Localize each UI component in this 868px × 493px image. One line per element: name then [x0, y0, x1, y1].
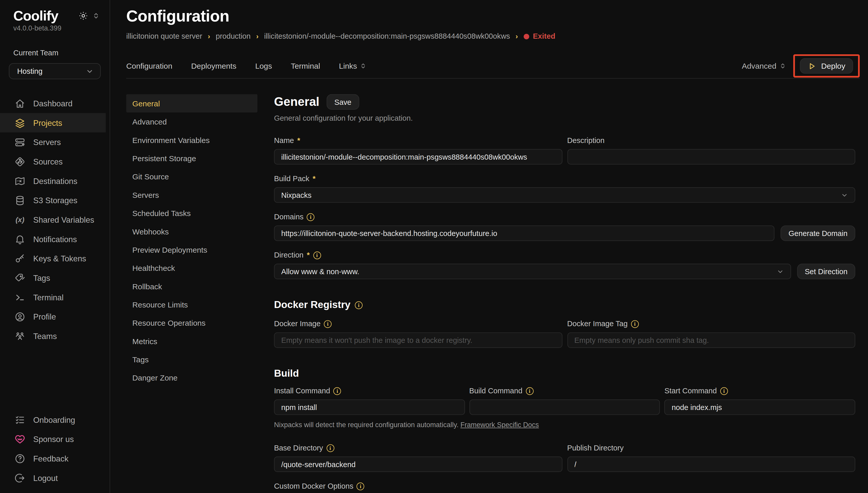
theme-sun-icon[interactable]: [78, 11, 88, 21]
heart-icon: [14, 433, 25, 445]
sidebar-item-servers[interactable]: Servers: [0, 132, 110, 152]
sidebar-item-s3-storages[interactable]: S3 Storages: [0, 191, 110, 210]
start-command-input[interactable]: [664, 400, 855, 415]
sidebar-item-terminal[interactable]: Terminal: [0, 287, 110, 307]
config-menu-advanced[interactable]: Advanced: [126, 112, 257, 131]
base-directory-input[interactable]: [274, 456, 562, 472]
info-icon[interactable]: i: [313, 251, 321, 259]
generate-domain-button[interactable]: Generate Domain: [781, 226, 855, 241]
tabs-divider: [126, 78, 860, 79]
deploy-button[interactable]: Deploy: [800, 58, 853, 74]
direction-select[interactable]: Allow www & non-www.: [274, 264, 791, 279]
app-version: v4.0.0-beta.399: [0, 23, 110, 32]
description-input[interactable]: [567, 149, 855, 165]
config-menu-persistent-storage[interactable]: Persistent Storage: [126, 149, 257, 167]
build-heading: Build: [274, 368, 855, 380]
config-menu-healthcheck[interactable]: Healthcheck: [126, 259, 257, 277]
sidebar-item-profile[interactable]: Profile: [0, 307, 110, 326]
info-icon[interactable]: i: [307, 213, 315, 221]
config-menu-general[interactable]: General: [126, 94, 257, 112]
sidebar-item-logout[interactable]: Logout: [0, 468, 110, 488]
map-icon: [14, 175, 25, 186]
tab-links[interactable]: Links: [339, 62, 366, 70]
base-directory-label: Base Directoryi: [274, 443, 562, 453]
install-command-input[interactable]: [274, 400, 465, 415]
info-icon[interactable]: i: [357, 482, 364, 490]
info-icon[interactable]: i: [631, 320, 639, 328]
tab-configuration[interactable]: Configuration: [126, 62, 172, 70]
sidebar-item-sponsor[interactable]: Sponsor us: [0, 429, 110, 449]
sidebar-item-onboarding[interactable]: Onboarding: [0, 410, 110, 429]
tab-terminal[interactable]: Terminal: [291, 62, 320, 70]
sidebar-item-projects[interactable]: Projects: [0, 113, 106, 132]
set-direction-button[interactable]: Set Direction: [797, 264, 855, 279]
config-menu-tags[interactable]: Tags: [126, 350, 257, 368]
docker-image-input[interactable]: [274, 333, 562, 348]
config-menu-resource-limits[interactable]: Resource Limits: [126, 295, 257, 314]
config-menu-resource-operations[interactable]: Resource Operations: [126, 314, 257, 332]
team-select[interactable]: Hosting: [9, 63, 101, 79]
chevron-right-icon: ›: [208, 32, 210, 40]
sidebar-item-label: S3 Storages: [33, 196, 77, 205]
breadcrumb-application[interactable]: illicitestonion/-module--decomposition:m…: [264, 32, 510, 40]
key-icon: [14, 253, 25, 264]
breadcrumb-project[interactable]: illicitonion quote server: [126, 32, 202, 40]
theme-selector-icon[interactable]: [92, 12, 99, 20]
sidebar-item-tags[interactable]: Tags: [0, 268, 110, 287]
build-command-input[interactable]: [469, 400, 660, 415]
sidebar-item-keys-tokens[interactable]: Keys & Tokens: [0, 249, 110, 268]
user-circle-icon: [14, 311, 25, 322]
docker-image-tag-input[interactable]: [567, 333, 855, 348]
sidebar-nav: Dashboard Projects Servers Sources Desti…: [0, 93, 110, 346]
sidebar-item-label: Feedback: [33, 454, 69, 463]
sidebar-item-label: Profile: [33, 312, 56, 321]
custom-docker-options-label: Custom Docker Optionsi: [274, 481, 855, 491]
tab-deployments[interactable]: Deployments: [191, 62, 236, 70]
status-dot-icon: [523, 34, 529, 39]
sidebar-item-label: Keys & Tokens: [33, 254, 86, 263]
config-menu-webhooks[interactable]: Webhooks: [126, 222, 257, 240]
build-pack-select[interactable]: Nixpacks: [274, 187, 855, 203]
selector-icon: [360, 63, 366, 69]
sidebar-item-dashboard[interactable]: Dashboard: [0, 93, 110, 113]
breadcrumb-environment[interactable]: production: [215, 32, 250, 40]
info-icon[interactable]: i: [334, 387, 341, 394]
config-menu-preview-deployments[interactable]: Preview Deployments: [126, 240, 257, 259]
domains-input[interactable]: [274, 226, 775, 241]
info-icon[interactable]: i: [355, 301, 363, 309]
sidebar-item-label: Shared Variables: [33, 215, 94, 224]
config-menu-metrics[interactable]: Metrics: [126, 332, 257, 350]
sidebar-item-sources[interactable]: Sources: [0, 152, 110, 171]
required-asterisk: *: [307, 251, 310, 259]
sidebar-item-destinations[interactable]: Destinations: [0, 171, 110, 191]
framework-docs-link[interactable]: Framework Specific Docs: [460, 421, 539, 429]
config-menu-scheduled-tasks[interactable]: Scheduled Tasks: [126, 204, 257, 222]
sidebar-item-label: Dashboard: [33, 99, 72, 108]
name-input[interactable]: [274, 149, 562, 165]
config-menu-danger-zone[interactable]: Danger Zone: [126, 368, 257, 387]
checklist-icon: [14, 414, 25, 425]
chevron-down-icon: [777, 268, 784, 275]
coolify-app: Coolify v4.0.0-beta.399 Current Team Hos…: [0, 0, 868, 493]
config-menu-servers[interactable]: Servers: [126, 186, 257, 204]
chevron-down-icon: [86, 67, 93, 75]
advanced-dropdown[interactable]: Advanced: [742, 62, 786, 70]
publish-directory-input[interactable]: [567, 456, 855, 472]
sidebar-item-shared-variables[interactable]: (x) Shared Variables: [0, 210, 110, 229]
tab-logs[interactable]: Logs: [255, 62, 272, 70]
domains-label: Domainsi: [274, 212, 855, 222]
direction-label: Direction*i: [274, 250, 855, 260]
sidebar-item-notifications[interactable]: Notifications: [0, 229, 110, 249]
info-icon[interactable]: i: [526, 387, 533, 394]
current-team-label: Current Team: [0, 32, 110, 57]
play-icon: [808, 62, 816, 70]
config-menu-git-source[interactable]: Git Source: [126, 167, 257, 186]
sidebar-item-feedback[interactable]: Feedback: [0, 449, 110, 468]
info-icon[interactable]: i: [326, 444, 334, 452]
config-menu-rollback[interactable]: Rollback: [126, 277, 257, 295]
config-menu-environment-variables[interactable]: Environment Variables: [126, 131, 257, 149]
sidebar-item-teams[interactable]: Teams: [0, 326, 110, 346]
save-button[interactable]: Save: [326, 94, 359, 110]
info-icon[interactable]: i: [324, 320, 332, 328]
info-icon[interactable]: i: [720, 387, 728, 394]
